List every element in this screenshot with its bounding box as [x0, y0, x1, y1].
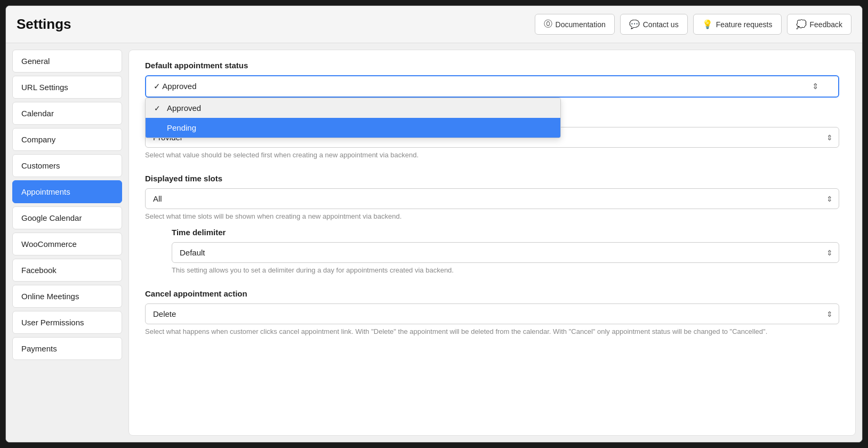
content-area: Default appointment status ✓ Approved ⇕ … — [128, 50, 856, 436]
sidebar-item-payments[interactable]: Payments — [12, 337, 122, 360]
check-icon: ✓ — [154, 104, 163, 113]
default-appointment-status-dropdown[interactable]: ✓ Approved ⇕ ✓ Approved Pending — [145, 75, 839, 98]
feature-requests-label: Feature requests — [716, 20, 773, 29]
page-title: Settings — [17, 16, 71, 33]
status-select-field[interactable]: ✓ Approved ⇕ — [145, 75, 839, 98]
status-arrow-icon: ⇕ — [812, 82, 819, 91]
displayed-time-slots-dropdown[interactable]: All Available ⇕ — [145, 188, 839, 209]
displayed-time-slots-section: Displayed time slots All Available ⇕ Sel… — [145, 174, 839, 274]
sidebar: General URL Settings Calendar Company Cu… — [6, 43, 128, 442]
feedback-button[interactable]: 💭 Feedback — [787, 14, 851, 35]
main-layout: General URL Settings Calendar Company Cu… — [6, 43, 862, 442]
sidebar-item-facebook[interactable]: Facebook — [12, 259, 122, 282]
cancel-appointment-section: Cancel appointment action Delete Cancel … — [145, 289, 839, 335]
displayed-time-slots-hint: Select what time slots will be shown whe… — [145, 212, 839, 220]
cancel-appointment-hint: Select what happens when customer clicks… — [145, 327, 839, 335]
sidebar-item-online-meetings[interactable]: Online Meetings — [12, 285, 122, 308]
default-appointment-status-section: Default appointment status ✓ Approved ⇕ … — [145, 61, 839, 98]
approved-option-label: Approved — [167, 103, 201, 113]
sidebar-item-appointments[interactable]: Appointments — [12, 180, 122, 203]
sidebar-item-general[interactable]: General — [12, 50, 122, 73]
empty-check — [154, 124, 163, 132]
feedback-label: Feedback — [810, 20, 842, 29]
header-buttons: ⓪ Documentation 💬 Contact us 💡 Feature r… — [535, 14, 851, 35]
sidebar-item-company[interactable]: Company — [12, 128, 122, 151]
status-select-value: ✓ Approved — [154, 82, 197, 91]
cancel-appointment-dropdown[interactable]: Delete Cancel ⇕ — [145, 303, 839, 324]
contact-us-button[interactable]: 💬 Contact us — [620, 14, 688, 35]
status-option-pending[interactable]: Pending — [146, 118, 560, 138]
status-dropdown-popup: ✓ Approved Pending — [145, 98, 561, 138]
pending-option-label: Pending — [167, 123, 196, 132]
time-delimiter-hint: This setting allows you to set a delimit… — [172, 266, 839, 274]
time-delimiter-label: Time delimiter — [172, 228, 839, 237]
cancel-appointment-label: Cancel appointment action — [145, 289, 839, 298]
displayed-time-slots-select[interactable]: All Available — [145, 188, 839, 209]
feature-requests-button[interactable]: 💡 Feature requests — [693, 14, 782, 35]
sidebar-item-google-calendar[interactable]: Google Calendar — [12, 206, 122, 229]
cancel-appointment-select[interactable]: Delete Cancel — [145, 303, 839, 324]
documentation-label: Documentation — [556, 20, 606, 29]
time-delimiter-dropdown[interactable]: Default ⇕ — [172, 242, 839, 263]
sidebar-item-user-permissions[interactable]: User Permissions — [12, 311, 122, 334]
header: Settings ⓪ Documentation 💬 Contact us 💡 … — [6, 6, 862, 43]
time-delimiter-select[interactable]: Default — [172, 242, 839, 263]
sidebar-item-customers[interactable]: Customers — [12, 154, 122, 177]
time-delimiter-section: Time delimiter Default ⇕ This setting al… — [172, 228, 839, 274]
displayed-time-slots-label: Displayed time slots — [145, 174, 839, 183]
first-value-hint: Select what value should be selected fir… — [145, 151, 839, 159]
sidebar-item-calendar[interactable]: Calendar — [12, 102, 122, 125]
documentation-button[interactable]: ⓪ Documentation — [535, 14, 615, 35]
feedback-icon: 💭 — [796, 19, 807, 29]
contact-icon: 💬 — [629, 19, 640, 29]
status-option-approved[interactable]: ✓ Approved — [146, 98, 560, 118]
contact-us-label: Contact us — [643, 20, 679, 29]
app-window: Settings ⓪ Documentation 💬 Contact us 💡 … — [5, 5, 863, 443]
sidebar-item-woocommerce[interactable]: WooCommerce — [12, 233, 122, 255]
sidebar-item-url-settings[interactable]: URL Settings — [12, 76, 122, 99]
documentation-icon: ⓪ — [544, 19, 552, 30]
default-appointment-status-label: Default appointment status — [145, 61, 839, 70]
feature-icon: 💡 — [702, 19, 713, 29]
